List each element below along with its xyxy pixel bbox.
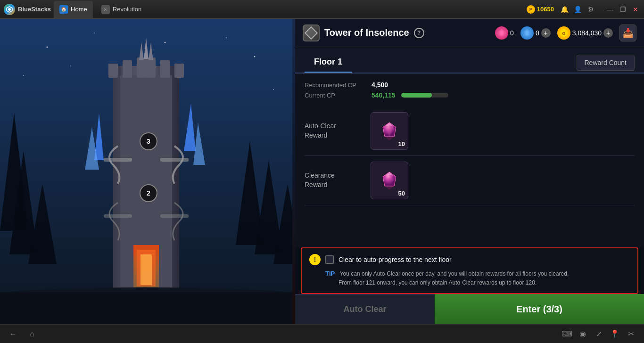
svg-text:G: G bbox=[562, 31, 565, 36]
minimize-button[interactable]: — bbox=[605, 6, 615, 13]
clearance-reward-label: ClearanceReward bbox=[305, 171, 361, 189]
floor-tabs: Floor 1 Reward Count bbox=[295, 47, 644, 74]
svg-point-8 bbox=[226, 37, 227, 38]
gold-resource: G 3,084,030 + bbox=[557, 26, 613, 40]
title-bar: BlueStacks 🏠 Home ⚔ Revolution P 10650 🔔… bbox=[0, 0, 644, 19]
cp-bar-container bbox=[401, 93, 448, 98]
tower-illustration: 3 2 bbox=[0, 19, 292, 324]
svg-rect-13 bbox=[108, 64, 118, 78]
gold-count: 3,084,030 bbox=[572, 29, 602, 37]
header-resources: 0 0 + G bbox=[495, 24, 636, 41]
eye-icon[interactable]: ◉ bbox=[577, 328, 588, 340]
blue-resource: 0 + bbox=[520, 26, 551, 40]
svg-rect-32 bbox=[140, 254, 152, 285]
help-button[interactable]: ? bbox=[414, 28, 424, 38]
game-tab-icon: ⚔ bbox=[101, 5, 110, 14]
scissors-icon[interactable]: ✂ bbox=[625, 328, 636, 340]
svg-point-5 bbox=[23, 75, 24, 76]
tip-header: ! Clear to auto-progress to the next flo… bbox=[309, 254, 630, 265]
pink-count: 0 bbox=[510, 29, 514, 37]
tip-body: TIP You can only Auto-Clear once per day… bbox=[309, 269, 630, 287]
import-button[interactable]: 📥 bbox=[619, 24, 636, 41]
auto-progress-checkbox[interactable] bbox=[325, 255, 334, 264]
svg-text:3: 3 bbox=[147, 138, 150, 145]
svg-rect-25 bbox=[160, 214, 189, 218]
auto-clear-gem-icon bbox=[378, 120, 401, 142]
reward-count-button[interactable]: Reward Count bbox=[577, 55, 635, 71]
svg-rect-18 bbox=[174, 64, 184, 78]
home-tab[interactable]: 🏠 Home bbox=[54, 1, 93, 18]
current-cp-row: Current CP 540,115 bbox=[305, 91, 635, 99]
svg-marker-48 bbox=[385, 186, 394, 190]
close-button[interactable]: ✕ bbox=[631, 6, 640, 13]
back-button[interactable]: ← bbox=[8, 328, 19, 340]
title-bar-right: P 10650 🔔 👤 ⚙ — ❐ ✕ bbox=[527, 5, 640, 14]
rewards-section: Auto-ClearReward bbox=[295, 106, 644, 247]
clearance-gem-icon bbox=[378, 169, 401, 192]
home-tab-label: Home bbox=[71, 6, 87, 13]
auto-clear-button[interactable]: Auto Clear bbox=[295, 294, 435, 324]
svg-rect-14 bbox=[123, 60, 132, 78]
svg-rect-17 bbox=[160, 60, 170, 78]
warning-icon: ! bbox=[309, 254, 321, 265]
game-tab-label: Revolution bbox=[113, 6, 141, 13]
game-header: Tower of Insolence ? 0 bbox=[295, 19, 644, 47]
title-bar-icons: 🔔 👤 ⚙ bbox=[560, 5, 595, 14]
tip-section: ! Clear to auto-progress to the next flo… bbox=[301, 247, 638, 294]
location-icon[interactable]: 📍 bbox=[609, 328, 620, 340]
recommended-cp-value: 4,500 bbox=[372, 81, 388, 89]
auto-clear-reward-label: Auto-ClearReward bbox=[305, 122, 361, 140]
window-controls: — ❐ ✕ bbox=[605, 6, 640, 13]
auto-clear-reward-count: 10 bbox=[398, 140, 405, 147]
add-gold-button[interactable]: + bbox=[603, 28, 613, 38]
restore-button[interactable]: ❐ bbox=[618, 6, 628, 13]
tower-area: 3 2 bbox=[0, 19, 292, 324]
recommended-cp-row: Recommended CP 4,500 bbox=[305, 81, 635, 89]
game-title: Tower of Insolence bbox=[324, 27, 409, 38]
current-cp-value: 540,115 bbox=[372, 91, 396, 99]
bluestacks-logo bbox=[4, 4, 15, 15]
enter-button[interactable]: Enter (3/3) bbox=[435, 294, 644, 324]
coins-value: 10650 bbox=[537, 6, 554, 13]
pink-resource-icon bbox=[495, 26, 508, 40]
clearance-reward-item[interactable]: 50 bbox=[371, 162, 408, 199]
svg-point-7 bbox=[273, 89, 274, 90]
settings-icon[interactable]: ⚙ bbox=[586, 5, 595, 14]
svg-rect-15 bbox=[137, 57, 146, 78]
svg-rect-22 bbox=[104, 158, 132, 162]
auto-clear-reward-row: Auto-ClearReward bbox=[305, 106, 635, 156]
blue-resource-icon bbox=[520, 26, 534, 40]
svg-rect-23 bbox=[160, 158, 189, 162]
svg-rect-24 bbox=[104, 214, 132, 218]
tip-text-line2: From floor 121 onward, you can only obta… bbox=[325, 278, 630, 287]
auto-clear-reward-item[interactable]: 10 bbox=[371, 112, 408, 150]
pink-resource: 0 bbox=[495, 26, 514, 40]
floor-tab-1[interactable]: Floor 1 bbox=[305, 52, 352, 73]
game-tab[interactable]: ⚔ Revolution bbox=[96, 1, 147, 18]
expand-icon[interactable]: ⤢ bbox=[593, 328, 604, 340]
profile-icon[interactable]: 👤 bbox=[573, 5, 582, 14]
tip-label: TIP bbox=[325, 270, 335, 277]
bottom-buttons: Auto Clear Enter (3/3) bbox=[295, 294, 644, 324]
svg-marker-1 bbox=[8, 8, 11, 11]
taskbar: ← ⌂ ⌨ ◉ ⤢ 📍 ✂ bbox=[0, 324, 644, 343]
clearance-reward-row: ClearanceReward bbox=[305, 156, 635, 205]
recommended-cp-label: Recommended CP bbox=[305, 82, 366, 89]
home-button[interactable]: ⌂ bbox=[26, 328, 38, 340]
game-area: 3 2 Tower of Insolence ? bbox=[0, 19, 644, 324]
svg-point-10 bbox=[165, 42, 166, 43]
bell-icon[interactable]: 🔔 bbox=[560, 5, 569, 14]
svg-point-9 bbox=[70, 65, 71, 66]
bluestacks-brand-text: BlueStacks bbox=[18, 6, 51, 13]
svg-text:2: 2 bbox=[147, 189, 150, 197]
cp-section: Recommended CP 4,500 Current CP 540,115 bbox=[295, 74, 644, 106]
gold-resource-icon: G bbox=[557, 26, 570, 40]
title-bar-left: BlueStacks 🏠 Home ⚔ Revolution bbox=[4, 1, 147, 18]
keyboard-icon[interactable]: ⌨ bbox=[561, 328, 572, 340]
taskbar-left: ← ⌂ bbox=[8, 328, 38, 340]
add-blue-button[interactable]: + bbox=[541, 28, 551, 38]
svg-rect-37 bbox=[0, 292, 292, 324]
home-tab-icon: 🏠 bbox=[59, 5, 68, 14]
taskbar-right: ⌨ ◉ ⤢ 📍 ✂ bbox=[561, 328, 636, 340]
auto-progress-label: Clear to auto-progress to the next floor bbox=[339, 256, 452, 263]
